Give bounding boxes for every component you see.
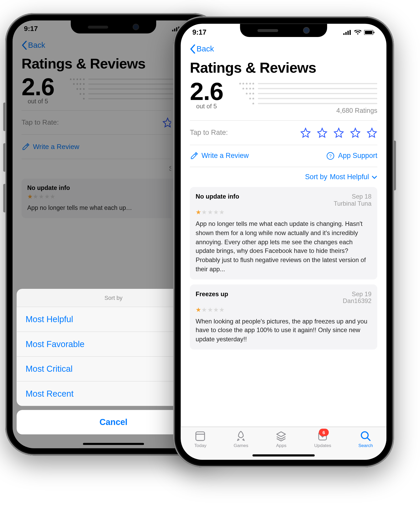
tab-label: Apps	[276, 443, 287, 448]
svg-rect-15	[374, 31, 374, 33]
sort-current: Most Helpful	[330, 173, 369, 181]
back-label: Back	[196, 44, 214, 54]
review-author: Dan16392	[343, 297, 371, 304]
rocket-icon	[235, 430, 247, 442]
tab-apps[interactable]: Apps	[275, 430, 287, 448]
tab-label: Updates	[314, 443, 331, 448]
rating-score: 2.6	[190, 79, 223, 104]
review-title: Freezes up	[196, 290, 228, 304]
svg-rect-9	[343, 33, 345, 35]
review-card[interactable]: No update info Sep 18 Turbinal Tuna ★★★★…	[190, 187, 377, 279]
rate-star-icon[interactable]	[350, 127, 361, 138]
page-title: Ratings & Reviews	[190, 59, 377, 76]
rating-summary: 2.6 out of 5 ★★★★★ ★★★★ ★★★ ★★ ★ 4,680 R…	[190, 79, 377, 121]
rate-star-icon[interactable]	[366, 127, 377, 138]
back-button[interactable]: Back	[190, 44, 377, 54]
tap-to-rate-stars[interactable]	[300, 127, 377, 138]
review-title: No update info	[196, 193, 239, 207]
review-date: Sep 18	[334, 193, 371, 200]
review-date: Sep 19	[343, 290, 371, 297]
sort-prefix: Sort by	[305, 173, 327, 181]
svg-text:?: ?	[329, 154, 332, 159]
compose-icon	[190, 152, 198, 160]
tab-label: Games	[234, 443, 248, 448]
app-support-button[interactable]: ? App Support	[327, 152, 377, 160]
tab-today[interactable]: Today	[194, 430, 206, 448]
signal-icon	[343, 30, 352, 35]
svg-rect-18	[196, 432, 205, 440]
help-icon: ?	[327, 152, 335, 160]
svg-rect-11	[348, 31, 349, 35]
home-indicator[interactable]	[253, 454, 315, 456]
tab-games[interactable]: Games	[234, 430, 248, 448]
sort-button[interactable]: Sort by Most Helpful	[190, 167, 377, 187]
review-body: When looking at people's pictures, the a…	[196, 317, 371, 344]
tab-label: Today	[194, 443, 206, 448]
svg-rect-14	[365, 31, 372, 34]
svg-rect-10	[345, 32, 347, 35]
updates-badge: 6	[319, 429, 329, 436]
tab-updates[interactable]: 6 Updates	[314, 430, 331, 448]
svg-line-22	[367, 438, 370, 440]
status-time: 9:17	[192, 28, 207, 37]
tap-to-rate-label: Tap to Rate:	[190, 129, 228, 137]
tab-search[interactable]: Search	[358, 430, 373, 448]
search-icon	[360, 430, 371, 442]
battery-icon	[364, 30, 375, 35]
svg-rect-12	[350, 30, 351, 35]
rate-star-icon[interactable]	[317, 127, 328, 138]
today-icon	[195, 430, 206, 442]
app-support-label: App Support	[338, 152, 377, 160]
rating-count: 4,680 Ratings	[230, 107, 377, 114]
review-rating-stars: ★★★★★	[196, 306, 371, 313]
write-review-label: Write a Review	[201, 152, 249, 160]
rate-star-icon[interactable]	[333, 127, 344, 138]
tab-label: Search	[358, 443, 373, 448]
rating-distribution-chart: ★★★★★ ★★★★ ★★★ ★★ ★ 4,680 Ratings	[230, 79, 377, 114]
chevron-down-icon	[371, 174, 377, 180]
chevron-left-icon	[190, 44, 196, 54]
write-review-button[interactable]: Write a Review	[190, 152, 249, 160]
review-body: App no longer tells me what each update …	[196, 219, 371, 273]
wifi-icon	[354, 30, 361, 35]
review-author: Turbinal Tuna	[334, 200, 371, 207]
phone-right-frame: 9:17 Back Ratings & Reviews 2.6 out of 5	[173, 16, 394, 467]
rate-star-icon[interactable]	[300, 127, 311, 138]
review-rating-stars: ★★★★★	[196, 209, 371, 216]
layers-icon	[275, 430, 287, 442]
review-card[interactable]: Freezes up Sep 19 Dan16392 ★★★★★ When lo…	[190, 284, 377, 349]
notch	[240, 24, 327, 37]
